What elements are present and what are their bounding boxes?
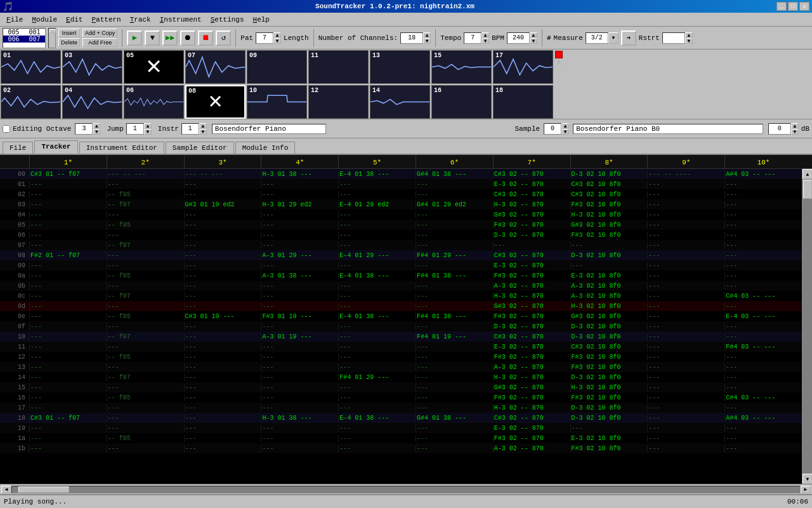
channel-cell[interactable]: E-3 02 10 8f0: [570, 435, 648, 442]
channel-cell[interactable]: ---: [29, 232, 107, 239]
channel-cell[interactable]: ---: [107, 384, 184, 391]
tab-file[interactable]: File: [3, 142, 33, 154]
pattern-07[interactable]: 07: [185, 50, 246, 84]
channel-cell[interactable]: ---: [416, 354, 493, 361]
channel-cell[interactable]: ---: [184, 272, 261, 279]
channel-cell[interactable]: ---: [338, 181, 416, 188]
pattern-04[interactable]: 04: [62, 85, 122, 119]
channel-cell[interactable]: ---: [647, 394, 724, 401]
scroll-thumb[interactable]: [803, 180, 812, 199]
channel-cell[interactable]: A-3 02 -- 870: [493, 283, 570, 290]
channel-cell[interactable]: ---: [261, 384, 338, 391]
channel-cell[interactable]: ---: [261, 323, 338, 330]
channel-cell[interactable]: ---: [724, 211, 802, 218]
channel-cell[interactable]: ---: [493, 242, 570, 249]
channel-cell[interactable]: ---: [647, 211, 724, 218]
tab-module-info[interactable]: Module Info: [235, 142, 296, 154]
channel-cell[interactable]: ---: [647, 262, 724, 269]
channel-cell[interactable]: ---: [416, 262, 493, 269]
pattern-03[interactable]: 03: [62, 50, 122, 84]
channel-cell[interactable]: C#4 03 -- ---: [724, 394, 802, 401]
channel-cell[interactable]: C#3 02 -- 870: [493, 415, 570, 422]
pattern-12[interactable]: 12: [308, 85, 369, 119]
channel-cell[interactable]: ---: [184, 303, 261, 310]
channel-cell[interactable]: C#3 02 -- 870: [493, 171, 570, 178]
channel-cell[interactable]: F#3 02 10 8f0: [570, 201, 648, 208]
channel-cell[interactable]: ---: [724, 384, 802, 391]
rstrt-down[interactable]: ▼: [685, 38, 693, 44]
channel-cell[interactable]: ---: [416, 364, 493, 371]
channel-cell[interactable]: ---: [724, 364, 802, 371]
channel-cell[interactable]: -- f05: [107, 191, 184, 198]
pattern-05[interactable]: 05 ✕: [124, 50, 184, 84]
jump-up[interactable]: ▲: [144, 123, 152, 129]
channel-cell[interactable]: ---: [416, 211, 493, 218]
channel-cell[interactable]: ---: [647, 384, 724, 391]
channel-cell[interactable]: ---: [261, 293, 338, 300]
channel-cell[interactable]: ---: [184, 394, 261, 401]
channel-cell[interactable]: ---: [647, 252, 724, 259]
channel-cell[interactable]: F#3 02 10 8f0: [570, 394, 648, 401]
channel-cell[interactable]: F#4 01 38 ---: [416, 313, 493, 320]
channel-cell[interactable]: ---: [338, 384, 416, 391]
table-row[interactable]: 0d------------------G#3 02 -- 870H-3 02 …: [0, 301, 802, 311]
menu-module[interactable]: Module: [28, 15, 61, 25]
channel-cell[interactable]: F#4 03 -- ---: [724, 344, 802, 351]
vertical-scrollbar[interactable]: ▲ ▼: [802, 169, 812, 484]
channel-cell[interactable]: ---: [724, 252, 802, 259]
channel-cell[interactable]: ---: [416, 303, 493, 310]
channel-cell[interactable]: ---: [338, 222, 416, 229]
channel-cell[interactable]: A-3 01 38 ---: [261, 272, 338, 279]
channel-cell[interactable]: ---: [107, 181, 184, 188]
channel-cell[interactable]: ---: [184, 323, 261, 330]
channel-cell[interactable]: F#3 02 -- 870: [493, 313, 570, 320]
channel-cell[interactable]: ---: [184, 384, 261, 391]
octave-up[interactable]: ▲: [93, 123, 100, 129]
channel-cell[interactable]: F#3 02 10 8f0: [570, 364, 648, 371]
menu-settings[interactable]: Settings: [207, 15, 248, 25]
minimize-button[interactable]: _: [776, 2, 787, 11]
channel-cell[interactable]: F#4 01 19 ---: [416, 333, 493, 340]
channel-cell[interactable]: ---: [29, 384, 107, 391]
channel-cell[interactable]: ---: [724, 333, 802, 340]
channel-cell[interactable]: -- f05: [107, 354, 184, 361]
jump-value[interactable]: 1: [126, 123, 144, 135]
channel-cell[interactable]: -- f07: [107, 374, 184, 381]
channel-cell[interactable]: F#3 02 10 8f0: [570, 445, 648, 452]
tempo-down[interactable]: ▼: [481, 38, 489, 44]
channel-cell[interactable]: ---: [107, 283, 184, 290]
rstrt-value[interactable]: [662, 32, 685, 44]
channel-cell[interactable]: ---: [184, 232, 261, 239]
channel-cell[interactable]: ---: [724, 323, 802, 330]
channel-cell[interactable]: H-3 02 -- 870: [493, 293, 570, 300]
channel-cell[interactable]: ---: [724, 404, 802, 411]
channel-cell[interactable]: C#3 02 -- 870: [493, 252, 570, 259]
channel-cell[interactable]: ---: [416, 181, 493, 188]
channel-cell[interactable]: ---: [724, 201, 802, 208]
channel-cell[interactable]: A-3 02 10 8f0: [570, 293, 648, 300]
channel-cell[interactable]: ---: [261, 344, 338, 351]
channel-cell[interactable]: ---: [261, 374, 338, 381]
channel-cell[interactable]: ---: [338, 445, 416, 452]
forward-button[interactable]: ➜: [621, 30, 636, 46]
channel-cell[interactable]: ---: [261, 303, 338, 310]
channel-cell[interactable]: ---: [724, 425, 802, 432]
channel-cell[interactable]: ---: [724, 272, 802, 279]
table-row[interactable]: 09------------------E-3 02 -- 870-------…: [0, 260, 802, 271]
pattern-09[interactable]: 09: [247, 50, 307, 84]
channel-cell[interactable]: ---: [107, 303, 184, 310]
record-button[interactable]: ⏺: [180, 30, 195, 46]
channel-cell[interactable]: ---: [647, 364, 724, 371]
channel-cell[interactable]: ---: [261, 283, 338, 290]
channel-cell[interactable]: ---: [184, 252, 261, 259]
table-row[interactable]: 12----- f05------------F#3 02 -- 870F#3 …: [0, 352, 802, 362]
channel-cell[interactable]: F#3 02 -- 870: [493, 354, 570, 361]
scroll-up-button[interactable]: ▲: [802, 169, 812, 179]
scroll-track-h[interactable]: [11, 486, 801, 493]
channel-cell[interactable]: ---: [647, 283, 724, 290]
db-down[interactable]: ▼: [791, 129, 799, 135]
channel-cell[interactable]: ---: [29, 435, 107, 442]
channel-cell[interactable]: ---: [184, 262, 261, 269]
channel-cell[interactable]: E-3 02 10 8f0: [570, 272, 648, 279]
channel-cell[interactable]: ---: [184, 181, 261, 188]
